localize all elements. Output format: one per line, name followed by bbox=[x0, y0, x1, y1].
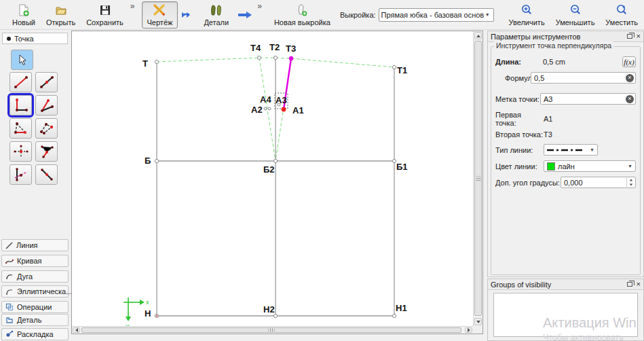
toolbox-group-layout[interactable]: Раскладка bbox=[1, 328, 69, 340]
point-label-input[interactable]: A3 × bbox=[540, 93, 636, 105]
tool-triangle[interactable] bbox=[10, 118, 32, 139]
line-type-select[interactable]: ▼ bbox=[544, 144, 598, 156]
mode-draft-button[interactable]: Чертёж bbox=[142, 1, 178, 29]
open-folder-icon bbox=[54, 3, 68, 18]
groups-visibility-list[interactable] bbox=[493, 293, 638, 337]
tool-shoulder-point[interactable] bbox=[35, 118, 58, 139]
first-point-value: A1 bbox=[544, 115, 552, 123]
point-bullet-icon bbox=[7, 37, 11, 41]
tool-groupbox: Инструмент точка перпендикуляра Длина: 0… bbox=[491, 46, 641, 275]
chevron-down-icon: ▼ bbox=[626, 164, 634, 168]
groups-panel-titlebar[interactable]: Groups of visibility × bbox=[488, 279, 643, 290]
save-button[interactable]: Сохранить bbox=[81, 1, 129, 29]
save-button-label: Сохранить bbox=[86, 18, 124, 26]
svg-text:Б2: Б2 bbox=[263, 164, 275, 175]
toolbox-group-detail[interactable]: Деталь bbox=[1, 314, 69, 326]
toolbox-group-point[interactable]: Точка bbox=[2, 33, 68, 44]
tool-point-of-intersection[interactable] bbox=[10, 141, 32, 162]
toolbox-group-layout-label: Раскладка bbox=[17, 330, 54, 338]
toolbox-group-line[interactable]: Линия bbox=[1, 239, 69, 251]
groups-panel-title: Groups of visibility bbox=[491, 281, 627, 289]
details-pieces-icon bbox=[210, 3, 223, 18]
draft-pencils-icon bbox=[152, 3, 167, 18]
close-panel-icon[interactable]: × bbox=[637, 33, 641, 40]
horizontal-scroll-thumb[interactable] bbox=[81, 327, 461, 333]
operations-icon bbox=[5, 303, 14, 311]
tool-bisector[interactable] bbox=[35, 95, 58, 115]
open-button[interactable]: Открыть bbox=[41, 1, 81, 29]
line-red-segment-icon bbox=[13, 75, 29, 90]
drawing-canvas[interactable]: ТТ4Т2Т3Т1А4А3А2А1ББ2Б1НН2Н1xy bbox=[71, 31, 483, 334]
new-button[interactable]: Новый bbox=[7, 1, 41, 29]
svg-text:Т1: Т1 bbox=[397, 65, 407, 75]
vertical-scrollbar[interactable] bbox=[473, 31, 482, 326]
scroll-up-button[interactable] bbox=[474, 32, 482, 39]
zoom-fit-label: Уместить bbox=[605, 18, 638, 26]
chevron-down-icon: ▼ bbox=[484, 12, 491, 17]
point-label-value: A3 bbox=[544, 95, 552, 103]
mode-details-button[interactable]: Детали bbox=[198, 1, 234, 29]
tool-options-titlebar[interactable]: Параметры инструментов × bbox=[488, 31, 643, 42]
formula-input[interactable]: 0,5 × bbox=[531, 72, 636, 84]
tool-options-title: Параметры инструментов bbox=[491, 33, 627, 41]
tool-point-along-line[interactable] bbox=[35, 72, 58, 92]
scrollbar-corner bbox=[473, 326, 482, 334]
toolbox-group-elliptical-label: Эллиптическа... bbox=[17, 287, 72, 295]
zoom-fit-button[interactable]: Уместить bbox=[600, 1, 643, 29]
draw-area[interactable]: ТТ4Т2Т3Т1А4А3А2А1ББ2Б1НН2Н1xy bbox=[72, 31, 473, 326]
formula-fx-button[interactable]: f(x) bbox=[622, 56, 636, 67]
pattern-select[interactable]: Прямая юбка - базовая основа ▼ bbox=[379, 8, 494, 22]
toolbar-overflow-chevron-2[interactable]: » bbox=[256, 1, 263, 11]
horizontal-scrollbar[interactable] bbox=[72, 326, 473, 334]
tool-point-at-distance-angle[interactable] bbox=[10, 72, 32, 92]
svg-text:Н1: Н1 bbox=[396, 303, 407, 313]
save-floppy-icon bbox=[99, 3, 111, 18]
new-button-label: Новый bbox=[12, 18, 35, 26]
tool-perpendicular-point[interactable] bbox=[10, 95, 32, 115]
toolbox-group-arc-label: Дуга bbox=[17, 272, 33, 281]
toolbox-group-curve[interactable]: Кривая bbox=[1, 255, 69, 267]
float-panel-icon[interactable] bbox=[627, 282, 632, 287]
close-panel-icon[interactable]: × bbox=[637, 281, 641, 288]
zoom-in-button[interactable]: Увеличить bbox=[504, 1, 550, 29]
toolbox-group-operations[interactable]: Операции bbox=[1, 301, 69, 313]
zoom-in-label: Увеличить bbox=[509, 18, 545, 26]
svg-text:Т4: Т4 bbox=[250, 43, 261, 53]
groups-visibility-panel: Groups of visibility × bbox=[487, 279, 644, 341]
tool-intersect-arc[interactable] bbox=[35, 141, 58, 162]
vertical-scroll-thumb[interactable] bbox=[474, 41, 482, 316]
length-label: Длина: bbox=[495, 58, 543, 66]
svg-text:Т: Т bbox=[143, 58, 148, 69]
new-pattern-piece-button[interactable]: Новая выкройка bbox=[269, 1, 336, 29]
scroll-right-button[interactable] bbox=[465, 327, 472, 333]
toolbox-group-arc[interactable]: Дуга bbox=[1, 270, 69, 283]
formula-label: Формула bbox=[495, 74, 531, 82]
detail-icon bbox=[5, 316, 14, 324]
point-label-clear-icon[interactable]: × bbox=[626, 95, 634, 103]
tool-line-intersect-axis[interactable] bbox=[10, 164, 32, 185]
spinbox-arrows[interactable] bbox=[626, 178, 634, 187]
toolbar-overflow-chevron[interactable]: » bbox=[129, 1, 136, 11]
tool-sidebar: Точка bbox=[0, 31, 70, 341]
curve-icon bbox=[5, 257, 14, 265]
svg-text:Т3: Т3 bbox=[286, 43, 296, 54]
extra-angle-spinbox[interactable]: 0,000 bbox=[561, 177, 636, 188]
zoom-out-button[interactable]: Уменьшить bbox=[550, 1, 601, 29]
triangle-dashed-icon bbox=[13, 121, 29, 136]
toolbox-group-elliptical[interactable]: Эллиптическа... bbox=[1, 285, 69, 298]
line-icon bbox=[5, 242, 13, 249]
line-color-select[interactable]: лайн ▼ bbox=[544, 160, 636, 172]
axis-pink-dash-icon bbox=[13, 167, 29, 182]
svg-text:А4: А4 bbox=[260, 94, 271, 105]
scroll-left-button[interactable] bbox=[73, 327, 80, 333]
toolbox-group-line-label: Линия bbox=[16, 241, 38, 249]
tool-midpoint[interactable] bbox=[35, 164, 58, 185]
formula-clear-icon[interactable]: × bbox=[626, 74, 634, 82]
float-panel-icon[interactable] bbox=[627, 34, 632, 39]
line-color-label: Цвет линии: bbox=[495, 162, 544, 170]
perpendicular-icon bbox=[13, 98, 29, 113]
bisector-icon bbox=[39, 98, 55, 113]
scroll-down-button[interactable] bbox=[474, 318, 482, 325]
tool-cursor[interactable] bbox=[11, 50, 33, 70]
line-color-swatch bbox=[547, 162, 555, 170]
